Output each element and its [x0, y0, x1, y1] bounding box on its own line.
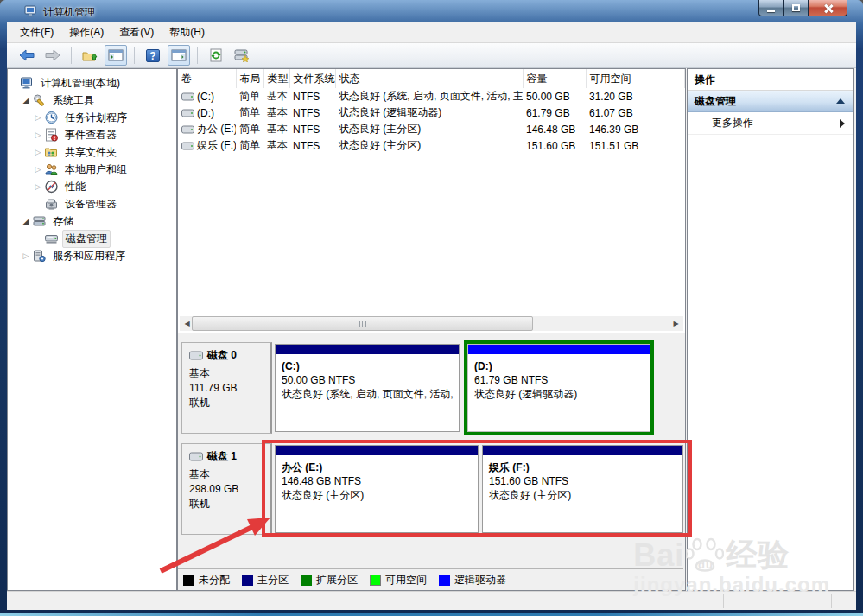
- help-icon: ?: [146, 49, 160, 62]
- tree-item-system-tools[interactable]: ◢ 系统工具: [8, 92, 176, 109]
- refresh-icon: [209, 48, 223, 62]
- partition-f[interactable]: 娱乐 (F:) 151.60 GB NTFS 状态良好 (主分区): [482, 445, 683, 533]
- volume-row-d[interactable]: (D:) 简单基本NTFS 状态良好 (逻辑驱动器)61.79 GB61.07 …: [178, 105, 684, 121]
- unallocated-swatch: [183, 575, 194, 586]
- partition-status: 状态良好 (主分区): [282, 488, 472, 502]
- tree-item-device-manager[interactable]: 设备管理器: [8, 195, 176, 213]
- col-status[interactable]: 状态: [335, 69, 523, 88]
- partition-size: 50.00 GB NTFS: [282, 373, 453, 387]
- scroll-right-arrow-icon[interactable]: ▶: [669, 316, 683, 331]
- collapsed-arrow-icon[interactable]: ▷: [32, 165, 44, 174]
- disk0-header[interactable]: 磁盘 0 基本 111.79 GB 联机: [181, 342, 272, 434]
- submenu-arrow-icon: [840, 119, 845, 128]
- minimize-icon: [767, 10, 775, 12]
- disk-icon: [189, 452, 203, 461]
- partition-status: 状态良好 (逻辑驱动器): [474, 387, 644, 401]
- col-capacity[interactable]: 容量: [523, 69, 586, 88]
- collapsed-arrow-icon[interactable]: ▷: [32, 130, 44, 139]
- more-actions-item[interactable]: 更多操作: [688, 112, 853, 135]
- computer-icon: [20, 76, 35, 90]
- partition-legend: 未分配 主分区 扩展分区 可用空间 逻辑驱动器: [178, 568, 683, 590]
- drive-icon: [181, 92, 194, 101]
- volume-row-f[interactable]: 娱乐 (F:) 简单基本NTFS 状态良好 (主分区)151.60 GB151.…: [178, 137, 684, 154]
- up-folder-button[interactable]: [79, 45, 101, 66]
- tree-item-label: 共享文件夹: [62, 144, 119, 161]
- console-tree-toggle-button[interactable]: [105, 45, 127, 66]
- storage-icon: [32, 214, 47, 228]
- drive-icon: [181, 142, 194, 150]
- expanded-arrow-icon[interactable]: ◢: [20, 217, 32, 225]
- partition-e[interactable]: 办公 (E:) 146.48 GB NTFS 状态良好 (主分区): [275, 445, 479, 533]
- disk1-header[interactable]: 磁盘 1 基本 298.09 GB 联机: [181, 443, 272, 535]
- services-icon: [32, 249, 47, 263]
- col-type[interactable]: 类型: [263, 69, 289, 88]
- partition-label: 办公 (E:): [282, 460, 472, 474]
- toolbar-separator: [71, 47, 72, 64]
- extended-swatch: [301, 575, 312, 586]
- col-volume[interactable]: 卷: [178, 69, 236, 88]
- system-tools-icon: [32, 93, 47, 107]
- collapsed-arrow-icon[interactable]: ▷: [32, 182, 44, 191]
- tree-item-label: 服务和应用程序: [50, 248, 128, 264]
- col-filesystem[interactable]: 文件系统: [289, 69, 335, 88]
- minimize-button[interactable]: [758, 0, 784, 16]
- collapsed-arrow-icon[interactable]: ▷: [32, 148, 44, 156]
- partition-label: (C:): [282, 359, 453, 373]
- expanded-arrow-icon[interactable]: ◢: [20, 96, 32, 105]
- menu-help[interactable]: 帮助(H): [162, 22, 213, 42]
- tree-item-label: 设备管理器: [62, 196, 119, 213]
- menu-bar: 文件(F) 操作(A) 查看(V) 帮助(H): [7, 22, 856, 43]
- menu-file[interactable]: 文件(F): [12, 22, 61, 42]
- disk0-status: 联机: [189, 396, 263, 410]
- forward-button[interactable]: [41, 45, 64, 66]
- collapsed-arrow-icon[interactable]: ▷: [32, 113, 44, 122]
- computer-management-window: 计算机管理 文件(F) 操作(A) 查看(V) 帮助(H): [0, 0, 863, 616]
- tree-item-event-viewer[interactable]: ▷ 事件查看器: [8, 126, 176, 143]
- refresh-button[interactable]: [205, 45, 227, 66]
- device-manager-icon: [44, 197, 59, 211]
- disk-graphical-view: 磁盘 0 基本 111.79 GB 联机 (C:) 50.00 GB NTFS …: [178, 333, 685, 590]
- col-free-space[interactable]: 可用空间: [586, 69, 684, 88]
- status-bar: [7, 591, 856, 610]
- collapsed-arrow-icon[interactable]: ▷: [20, 251, 32, 260]
- volume-row-c[interactable]: (C:) 简单基本NTFS 状态良好 (系统, 启动, 页面文件, 活动, 主分…: [178, 88, 684, 105]
- tree-item-shared-folders[interactable]: ▷ 共享文件夹: [8, 143, 176, 161]
- maximize-button[interactable]: [784, 0, 809, 16]
- tree-item-computer-management[interactable]: 计算机管理(本地): [8, 74, 176, 92]
- status-divider: [723, 594, 724, 608]
- back-button[interactable]: [16, 45, 38, 66]
- horizontal-scrollbar[interactable]: ◀ ▶: [180, 316, 683, 331]
- action-pane-toggle-button[interactable]: [168, 45, 190, 66]
- tree-item-services-applications[interactable]: ▷ 服务和应用程序: [8, 247, 176, 264]
- drive-icon: [181, 125, 194, 134]
- tree-item-disk-management[interactable]: 磁盘管理: [8, 230, 176, 247]
- status-divider: [831, 594, 832, 608]
- volume-list-header-row[interactable]: 卷 布局 类型 文件系统 状态 容量 可用空间: [178, 69, 684, 88]
- scrollbar-thumb[interactable]: [192, 316, 533, 331]
- tree-item-storage[interactable]: ◢ 存储: [8, 213, 176, 230]
- tree-item-label: 事件查看器: [62, 127, 119, 143]
- tree-item-local-users-groups[interactable]: ▷ 本地用户和组: [8, 161, 176, 178]
- partition-c[interactable]: (C:) 50.00 GB NTFS 状态良好 (系统, 启动, 页面文件, 活…: [275, 344, 460, 432]
- help-button[interactable]: ?: [142, 45, 164, 66]
- collapse-section-icon[interactable]: [836, 98, 845, 104]
- volume-row-e[interactable]: 办公 (E:) 简单基本NTFS 状态良好 (主分区)146.48 GB146.…: [178, 121, 684, 137]
- tree-item-task-scheduler[interactable]: ▷ 任务计划程序: [8, 109, 176, 126]
- rescan-disks-button[interactable]: [231, 45, 253, 66]
- logical-swatch: [439, 575, 450, 586]
- tree-item-label: 系统工具: [50, 92, 97, 109]
- console-tree-icon: [108, 49, 124, 61]
- more-actions-label: 更多操作: [712, 116, 753, 130]
- actions-section-disk-management[interactable]: 磁盘管理: [688, 91, 853, 112]
- close-button[interactable]: [809, 0, 847, 16]
- tree-item-performance[interactable]: ▷ 性能: [8, 178, 176, 195]
- col-layout[interactable]: 布局: [236, 69, 263, 88]
- primary-partition-strip: [276, 345, 459, 356]
- title-bar[interactable]: 计算机管理: [0, 0, 863, 22]
- tree-item-label: 任务计划程序: [62, 110, 130, 126]
- tree-item-label: 本地用户和组: [62, 162, 130, 178]
- legend-free-space: 可用空间: [370, 573, 427, 587]
- menu-view[interactable]: 查看(V): [111, 22, 162, 42]
- menu-action[interactable]: 操作(A): [61, 22, 111, 42]
- partition-d[interactable]: (D:) 61.79 GB NTFS 状态良好 (逻辑驱动器): [467, 344, 650, 432]
